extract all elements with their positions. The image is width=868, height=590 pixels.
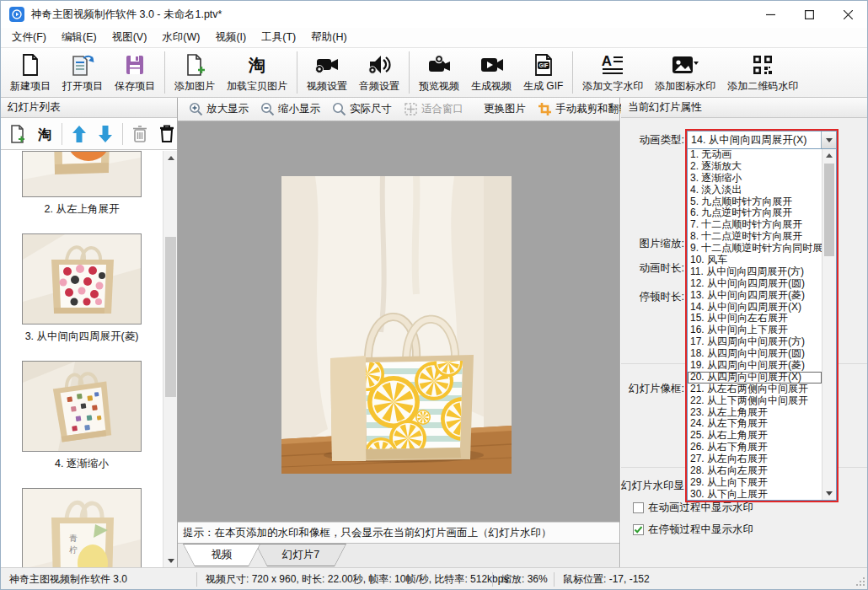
save-project-icon <box>124 51 146 78</box>
scroll-up-icon[interactable] <box>163 151 177 164</box>
animation-option[interactable]: 26. 从右下角展开 <box>688 442 822 453</box>
video-settings-button[interactable]: 视频设置 <box>301 50 353 95</box>
save-project-button[interactable]: 保存项目 <box>109 50 161 95</box>
slide-thumbnail-5[interactable]: 青 柠 <box>22 488 142 567</box>
minimize-button[interactable] <box>751 1 790 28</box>
tab-slide7[interactable]: 幻灯片7 <box>255 544 346 566</box>
slide-move-down-button[interactable] <box>96 123 116 145</box>
slide-watermark-label: 幻灯片水印显 <box>621 479 684 493</box>
animation-option[interactable]: 4. 淡入淡出 <box>688 185 822 196</box>
preview-canvas[interactable] <box>178 121 619 522</box>
slide-taobao-button[interactable]: 淘 <box>35 123 55 145</box>
checkbox-checked-icon <box>633 524 644 535</box>
animation-option[interactable]: 15. 从中间向左右展开 <box>688 313 822 324</box>
animation-option[interactable]: 9. 十二点顺逆时针方向同时展开 <box>688 243 822 255</box>
load-taobao-images-button[interactable]: 淘 加载宝贝图片 <box>221 50 293 95</box>
new-project-button[interactable]: 新建项目 <box>4 50 56 95</box>
animation-option[interactable]: 6. 九点逆时针方向展开 <box>688 207 822 219</box>
zoom-out-button[interactable]: 缩小显示 <box>256 99 324 119</box>
scroll-down-icon[interactable] <box>822 487 836 500</box>
scrollbar-thumb[interactable] <box>824 164 834 256</box>
animation-option[interactable]: 24. 从左下角展开 <box>688 418 822 430</box>
animation-option[interactable]: 22. 从上下两侧向中间展开 <box>688 395 822 407</box>
animation-option[interactable]: 29. 从上向下展开 <box>688 477 822 489</box>
menu-help[interactable]: 帮助(H) <box>303 28 354 47</box>
svg-text:GIF: GIF <box>538 62 548 68</box>
animation-option[interactable]: 10. 风车 <box>688 255 822 266</box>
actual-size-button[interactable]: 实际尺寸 <box>328 99 396 119</box>
toolbar-separator <box>297 51 297 94</box>
animation-option[interactable]: 5. 九点顺时针方向展开 <box>688 196 822 208</box>
tip-text: 提示：在本页添加的水印和像框，只会显示在当前幻灯片画面上（幻灯片水印） <box>183 526 552 540</box>
add-text-watermark-button[interactable]: A 添加文字水印 <box>576 50 649 95</box>
animation-option[interactable]: 16. 从中间向上下展开 <box>688 324 822 336</box>
animation-option[interactable]: 8. 十二点逆时针方向展开 <box>688 231 822 243</box>
animation-option[interactable]: 2. 逐渐放大 <box>688 161 822 173</box>
animation-option[interactable]: 30. 从下向上展开 <box>688 489 822 500</box>
menu-edit[interactable]: 编辑(E) <box>54 28 104 47</box>
scroll-up-icon[interactable] <box>822 149 836 162</box>
animation-option[interactable]: 28. 从右向左展开 <box>688 465 822 477</box>
animation-option[interactable]: 18. 从四周向中间展开(圆) <box>688 348 822 360</box>
scrollbar-thumb[interactable] <box>165 237 176 397</box>
animation-option[interactable]: 20. 从四周向中间展开(X) <box>688 372 822 384</box>
add-icon-watermark-button[interactable]: 添加图标水印 <box>649 50 721 95</box>
fit-window-button[interactable]: 适合窗口 <box>399 99 468 119</box>
dropdown-scrollbar[interactable] <box>822 149 836 500</box>
combobox-value: 14. 从中间向四周展开(X) <box>688 131 821 148</box>
show-watermark-in-animation-checkbox[interactable]: 在动画过程中显示水印 <box>633 501 753 515</box>
animation-option[interactable]: 1. 无动画 <box>688 149 822 161</box>
combobox-arrow-button[interactable] <box>821 131 836 148</box>
tab-video[interactable]: 视频 <box>183 544 260 566</box>
slide-thumbnail-3[interactable]: 3. 从中间向四周展开(菱) <box>22 233 142 344</box>
menu-video[interactable]: 视频(I) <box>207 28 254 47</box>
slide-add-button[interactable] <box>8 123 28 145</box>
animation-type-label: 动画类型: <box>640 133 684 148</box>
slide-thumbnail-2[interactable]: 2. 从左上角展开 <box>22 151 142 217</box>
animation-option[interactable]: 27. 从左向右展开 <box>688 453 822 465</box>
audio-settings-button[interactable]: 音频设置 <box>353 50 405 95</box>
open-project-button[interactable]: 打开项目 <box>56 50 109 95</box>
generate-gif-button[interactable]: GIF 生成 GIF <box>517 50 569 95</box>
slide-delete-all-button[interactable] <box>157 123 177 145</box>
animation-option[interactable]: 25. 从右上角展开 <box>688 430 822 442</box>
animation-option[interactable]: 3. 逐渐缩小 <box>688 173 822 185</box>
menu-tools[interactable]: 工具(T) <box>254 28 303 47</box>
animation-type-combobox[interactable]: 14. 从中间向四周展开(X) <box>687 131 837 149</box>
new-project-icon <box>19 51 41 78</box>
toolbar-separator <box>122 123 123 145</box>
app-logo-icon <box>9 7 24 22</box>
animation-option[interactable]: 12. 从中间向四周展开(圆) <box>688 278 822 290</box>
zoom-in-button[interactable]: 放大显示 <box>185 99 253 119</box>
manual-crop-button[interactable]: 手动裁剪和翻转 <box>533 99 634 119</box>
menu-view[interactable]: 视图(V) <box>104 28 155 47</box>
menu-file[interactable]: 文件(F) <box>4 28 54 47</box>
slide-thumbnail-4[interactable]: 4. 逐渐缩小 <box>22 361 142 471</box>
animation-option[interactable]: 17. 从四周向中间展开(方) <box>688 336 822 348</box>
add-image-button[interactable]: 添加图片 <box>169 50 221 95</box>
toolbar-separator <box>164 51 165 94</box>
animation-option[interactable]: 14. 从中间向四周展开(X) <box>688 302 822 314</box>
preview-video-button[interactable]: 预览视频 <box>413 50 465 95</box>
replace-image-button[interactable]: 更换图片 <box>480 99 530 119</box>
scroll-down-icon[interactable] <box>163 554 177 567</box>
maximize-button[interactable] <box>790 1 828 28</box>
close-button[interactable] <box>828 1 867 28</box>
menu-watermark[interactable]: 水印(W) <box>154 28 207 47</box>
animation-option[interactable]: 13. 从中间向四周展开(菱) <box>688 290 822 302</box>
show-watermark-in-pause-checkbox[interactable]: 在停顿过程中显示水印 <box>633 523 753 537</box>
slide-list-scrollbar[interactable] <box>163 151 177 567</box>
add-qrcode-watermark-button[interactable]: 添加二维码水印 <box>721 50 804 95</box>
animation-option[interactable]: 7. 十二点顺时针方向展开 <box>688 219 822 231</box>
generate-video-button[interactable]: 生成视频 <box>465 50 517 95</box>
animation-option[interactable]: 11. 从中间向四周展开(方) <box>688 266 822 278</box>
taobao-icon: 淘 <box>245 51 269 78</box>
slide-move-up-button[interactable] <box>69 123 89 145</box>
slide-delete-button[interactable] <box>130 123 150 145</box>
resize-grip[interactable] <box>855 577 865 589</box>
animation-option[interactable]: 19. 从四周向中间展开(菱) <box>688 360 822 372</box>
animation-option[interactable]: 21. 从左右两侧向中间展开 <box>688 384 822 395</box>
slide-list-toolbar: 淘 <box>1 118 177 150</box>
chevron-down-icon <box>826 138 833 142</box>
animation-option[interactable]: 23. 从左上角展开 <box>688 407 822 419</box>
